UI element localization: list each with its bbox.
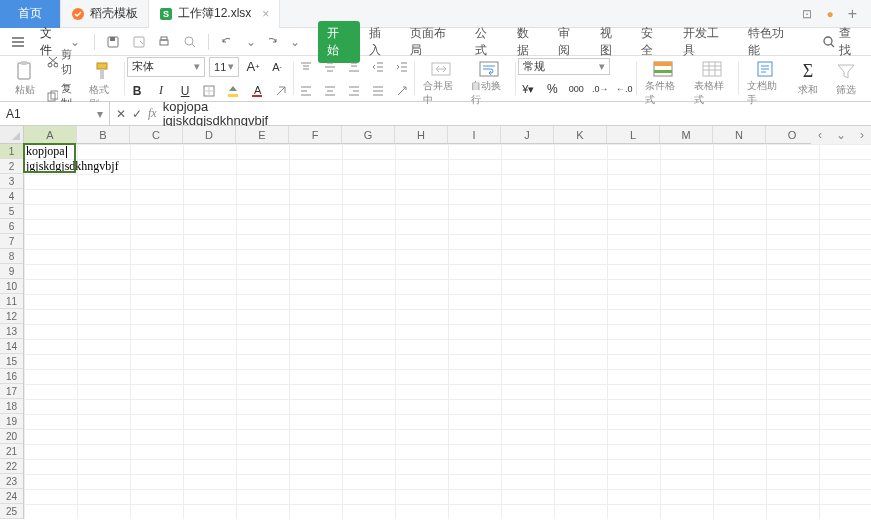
accept-icon[interactable]: ✓ (132, 107, 142, 121)
column-header[interactable]: N (713, 126, 766, 143)
undo-icon[interactable] (217, 32, 237, 52)
fill-color-icon[interactable] (223, 81, 243, 101)
cell-value[interactable]: jgjskdgjsdkhngvbjf (24, 159, 119, 174)
row-header[interactable]: 9 (0, 264, 23, 279)
column-header[interactable]: C (130, 126, 183, 143)
cancel-icon[interactable]: ✕ (116, 107, 126, 121)
column-header[interactable]: D (183, 126, 236, 143)
spreadsheet-grid[interactable]: ABCDEFGHIJKLMNOP ‹ ⌄ › 12345678910111213… (0, 126, 871, 519)
font-name-select[interactable]: 宋体▾ (127, 57, 205, 77)
bold-icon[interactable]: B (127, 81, 147, 101)
preview-icon[interactable] (180, 32, 200, 52)
tab-workbook[interactable]: S 工作簿12.xlsx × (149, 0, 280, 28)
row-header[interactable]: 2 (0, 159, 23, 174)
row-header[interactable]: 22 (0, 459, 23, 474)
row-header[interactable]: 8 (0, 249, 23, 264)
column-header[interactable]: I (448, 126, 501, 143)
dochelp-icon[interactable] (752, 60, 778, 78)
app-menu-icon[interactable]: ⊡ (802, 7, 812, 21)
tab-special[interactable]: 特色功能 (739, 21, 804, 63)
decrease-font-icon[interactable]: A- (267, 57, 287, 77)
percent-icon[interactable]: % (542, 79, 562, 99)
row-header[interactable]: 10 (0, 279, 23, 294)
row-header[interactable]: 25 (0, 504, 23, 519)
sum-label[interactable]: 求和 (798, 83, 818, 97)
row-header[interactable]: 16 (0, 369, 23, 384)
row-header[interactable]: 19 (0, 414, 23, 429)
name-box[interactable]: A1▾ (0, 102, 110, 125)
hamburger-icon[interactable] (8, 32, 28, 52)
undo-dropdown[interactable]: ⌄ (246, 35, 256, 49)
redo-dropdown[interactable]: ⌄ (290, 35, 300, 49)
condformat-icon[interactable] (650, 60, 676, 78)
collapse-icon[interactable]: ⌄ (836, 128, 846, 142)
row-header[interactable]: 11 (0, 294, 23, 309)
save-as-icon[interactable] (129, 32, 149, 52)
align-top-icon[interactable] (296, 57, 316, 77)
column-header[interactable]: E (236, 126, 289, 143)
currency-icon[interactable]: ¥▾ (518, 79, 538, 99)
column-header[interactable]: M (660, 126, 713, 143)
tab-data[interactable]: 数据 (508, 21, 549, 63)
redo-icon[interactable] (262, 32, 282, 52)
formatpainter-icon[interactable] (90, 60, 116, 82)
filter-label[interactable]: 筛选 (836, 83, 856, 97)
number-format-select[interactable]: 常规▾ (518, 58, 610, 75)
row-header[interactable]: 7 (0, 234, 23, 249)
comma-icon[interactable]: 000 (566, 79, 586, 99)
sum-icon[interactable]: Σ (795, 60, 821, 82)
increase-font-icon[interactable]: A+ (243, 57, 263, 77)
column-header[interactable]: H (395, 126, 448, 143)
font-size-select[interactable]: 11▾ (209, 57, 239, 77)
cell-value[interactable]: kopjopa (24, 144, 65, 159)
column-header[interactable]: J (501, 126, 554, 143)
search-button[interactable]: 查找 (822, 25, 863, 59)
scroll-right-icon[interactable]: › (860, 128, 864, 142)
tab-security[interactable]: 安全 (632, 21, 673, 63)
cell-area[interactable]: kopjopajgjskdgjsdkhngvbjf (24, 144, 871, 519)
align-left-icon[interactable] (296, 81, 316, 101)
print-icon[interactable] (155, 32, 175, 52)
underline-icon[interactable]: U (175, 81, 195, 101)
row-header[interactable]: 4 (0, 189, 23, 204)
fx-icon[interactable]: fx (148, 106, 157, 121)
tablestyle-icon[interactable] (699, 60, 725, 78)
row-header[interactable]: 24 (0, 489, 23, 504)
increase-decimal-icon[interactable]: .0→ (590, 79, 610, 99)
tab-formula[interactable]: 公式 (466, 21, 507, 63)
wrap-icon[interactable] (476, 60, 502, 78)
column-header[interactable]: G (342, 126, 395, 143)
row-header[interactable]: 18 (0, 399, 23, 414)
font-color-icon[interactable]: A (247, 81, 267, 101)
column-header[interactable]: L (607, 126, 660, 143)
cut-button[interactable]: 剪切 (44, 46, 83, 78)
column-header[interactable]: K (554, 126, 607, 143)
formula-input[interactable]: kopjopa jgjskdgjsdkhngvbjf (163, 99, 871, 128)
scroll-left-icon[interactable]: ‹ (818, 128, 822, 142)
new-tab-icon[interactable]: + (848, 5, 857, 23)
select-all-corner[interactable] (0, 126, 24, 143)
merge-icon[interactable] (428, 60, 454, 78)
orientation-icon[interactable] (392, 81, 412, 101)
increase-indent-icon[interactable] (392, 57, 412, 77)
column-header[interactable]: B (77, 126, 130, 143)
save-icon[interactable] (103, 32, 123, 52)
clear-format-icon[interactable] (271, 81, 291, 101)
close-icon[interactable]: × (262, 7, 269, 21)
align-center-icon[interactable] (320, 81, 340, 101)
row-header[interactable]: 6 (0, 219, 23, 234)
align-bottom-icon[interactable] (344, 57, 364, 77)
filter-icon[interactable] (833, 60, 859, 82)
column-header[interactable]: A (24, 126, 77, 143)
row-header[interactable]: 13 (0, 324, 23, 339)
row-header[interactable]: 15 (0, 354, 23, 369)
tab-review[interactable]: 审阅 (549, 21, 590, 63)
row-header[interactable]: 3 (0, 174, 23, 189)
italic-icon[interactable]: I (151, 81, 171, 101)
row-header[interactable]: 17 (0, 384, 23, 399)
row-header[interactable]: 23 (0, 474, 23, 489)
paste-icon[interactable] (12, 60, 38, 82)
border-icon[interactable] (199, 81, 219, 101)
justify-icon[interactable] (368, 81, 388, 101)
align-middle-icon[interactable] (320, 57, 340, 77)
